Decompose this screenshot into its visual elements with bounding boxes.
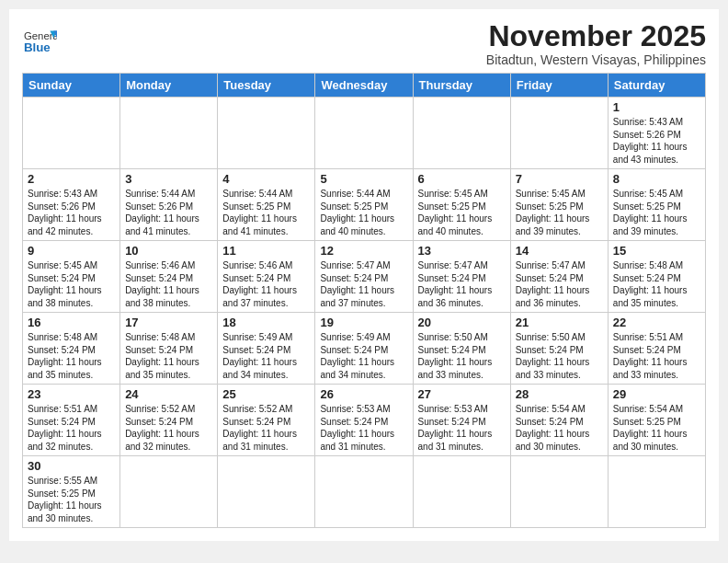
calendar-cell [315, 456, 413, 528]
logo: General Blue [22, 24, 57, 59]
calendar-cell [120, 98, 218, 169]
calendar-cell: 12Sunrise: 5:47 AM Sunset: 5:24 PM Dayli… [315, 241, 413, 313]
calendar-cell [315, 98, 413, 169]
day-info: Sunrise: 5:47 AM Sunset: 5:24 PM Dayligh… [320, 259, 407, 309]
weekday-header-wednesday: Wednesday [315, 74, 413, 98]
day-number: 16 [28, 316, 115, 329]
header-row: General Blue November 2025 Bitadtun, Wes… [22, 20, 706, 67]
weekday-header-row: SundayMondayTuesdayWednesdayThursdayFrid… [23, 74, 706, 98]
day-info: Sunrise: 5:51 AM Sunset: 5:24 PM Dayligh… [613, 331, 700, 381]
day-info: Sunrise: 5:43 AM Sunset: 5:26 PM Dayligh… [613, 116, 700, 166]
day-info: Sunrise: 5:45 AM Sunset: 5:25 PM Dayligh… [418, 188, 506, 237]
day-info: Sunrise: 5:48 AM Sunset: 5:24 PM Dayligh… [28, 331, 115, 381]
day-number: 30 [28, 459, 115, 473]
day-info: Sunrise: 5:54 AM Sunset: 5:25 PM Dayligh… [613, 403, 700, 453]
day-info: Sunrise: 5:44 AM Sunset: 5:25 PM Dayligh… [320, 188, 407, 237]
day-info: Sunrise: 5:48 AM Sunset: 5:24 PM Dayligh… [613, 259, 700, 309]
calendar-cell [413, 456, 510, 528]
day-info: Sunrise: 5:43 AM Sunset: 5:26 PM Dayligh… [28, 188, 115, 237]
day-info: Sunrise: 5:55 AM Sunset: 5:25 PM Dayligh… [28, 475, 115, 524]
day-number: 21 [516, 316, 603, 329]
day-number: 7 [516, 172, 603, 186]
day-info: Sunrise: 5:47 AM Sunset: 5:24 PM Dayligh… [516, 259, 603, 309]
weekday-header-tuesday: Tuesday [218, 74, 315, 98]
weekday-header-saturday: Saturday [608, 74, 705, 98]
day-number: 10 [125, 244, 212, 258]
calendar-cell: 23Sunrise: 5:51 AM Sunset: 5:24 PM Dayli… [23, 385, 120, 456]
day-number: 22 [613, 316, 700, 329]
day-number: 14 [516, 244, 603, 258]
day-info: Sunrise: 5:46 AM Sunset: 5:24 PM Dayligh… [125, 259, 212, 309]
calendar-cell: 13Sunrise: 5:47 AM Sunset: 5:24 PM Dayli… [413, 241, 510, 313]
day-info: Sunrise: 5:45 AM Sunset: 5:25 PM Dayligh… [516, 188, 603, 237]
calendar-cell: 22Sunrise: 5:51 AM Sunset: 5:24 PM Dayli… [608, 313, 705, 385]
calendar-cell: 16Sunrise: 5:48 AM Sunset: 5:24 PM Dayli… [23, 313, 120, 385]
day-number: 29 [613, 387, 700, 401]
day-number: 12 [320, 244, 407, 258]
day-number: 15 [613, 244, 700, 258]
day-info: Sunrise: 5:51 AM Sunset: 5:24 PM Dayligh… [28, 403, 115, 453]
calendar-cell: 21Sunrise: 5:50 AM Sunset: 5:24 PM Dayli… [510, 313, 608, 385]
calendar-cell [218, 98, 315, 169]
month-title: November 2025 [486, 20, 706, 52]
weekday-header-thursday: Thursday [413, 74, 510, 98]
day-number: 6 [418, 172, 506, 186]
calendar-cell [218, 456, 315, 528]
calendar-cell: 9Sunrise: 5:45 AM Sunset: 5:24 PM Daylig… [23, 241, 120, 313]
day-number: 23 [28, 387, 115, 401]
day-info: Sunrise: 5:45 AM Sunset: 5:25 PM Dayligh… [613, 188, 700, 237]
day-number: 3 [125, 172, 212, 186]
day-info: Sunrise: 5:48 AM Sunset: 5:24 PM Dayligh… [125, 331, 212, 381]
page: General Blue November 2025 Bitadtun, Wes… [9, 9, 719, 541]
calendar-cell [120, 456, 218, 528]
day-number: 9 [28, 244, 115, 258]
calendar-cell: 2Sunrise: 5:43 AM Sunset: 5:26 PM Daylig… [23, 169, 120, 241]
svg-text:Blue: Blue [24, 40, 51, 54]
day-number: 11 [222, 244, 310, 258]
calendar-cell: 28Sunrise: 5:54 AM Sunset: 5:24 PM Dayli… [510, 385, 608, 456]
day-number: 4 [222, 172, 310, 186]
calendar-cell [23, 98, 120, 169]
day-info: Sunrise: 5:46 AM Sunset: 5:24 PM Dayligh… [222, 259, 310, 309]
calendar-week-4: 23Sunrise: 5:51 AM Sunset: 5:24 PM Dayli… [23, 385, 706, 456]
calendar-cell: 5Sunrise: 5:44 AM Sunset: 5:25 PM Daylig… [315, 169, 413, 241]
calendar-week-2: 9Sunrise: 5:45 AM Sunset: 5:24 PM Daylig… [23, 241, 706, 313]
day-number: 18 [222, 316, 310, 329]
calendar-cell: 3Sunrise: 5:44 AM Sunset: 5:26 PM Daylig… [120, 169, 218, 241]
weekday-header-friday: Friday [510, 74, 608, 98]
day-info: Sunrise: 5:53 AM Sunset: 5:24 PM Dayligh… [418, 403, 506, 453]
day-number: 27 [418, 387, 506, 401]
calendar-cell: 20Sunrise: 5:50 AM Sunset: 5:24 PM Dayli… [413, 313, 510, 385]
calendar-cell: 26Sunrise: 5:53 AM Sunset: 5:24 PM Dayli… [315, 385, 413, 456]
day-info: Sunrise: 5:47 AM Sunset: 5:24 PM Dayligh… [418, 259, 506, 309]
day-info: Sunrise: 5:50 AM Sunset: 5:24 PM Dayligh… [516, 331, 603, 381]
calendar-cell: 19Sunrise: 5:49 AM Sunset: 5:24 PM Dayli… [315, 313, 413, 385]
day-number: 8 [613, 172, 700, 186]
calendar-cell: 25Sunrise: 5:52 AM Sunset: 5:24 PM Dayli… [218, 385, 315, 456]
day-number: 24 [125, 387, 212, 401]
calendar-cell: 1Sunrise: 5:43 AM Sunset: 5:26 PM Daylig… [608, 98, 705, 169]
calendar-cell: 10Sunrise: 5:46 AM Sunset: 5:24 PM Dayli… [120, 241, 218, 313]
calendar-cell [510, 98, 608, 169]
calendar-week-0: 1Sunrise: 5:43 AM Sunset: 5:26 PM Daylig… [23, 98, 706, 169]
day-number: 28 [516, 387, 603, 401]
day-number: 5 [320, 172, 407, 186]
day-info: Sunrise: 5:53 AM Sunset: 5:24 PM Dayligh… [320, 403, 407, 453]
calendar-cell: 30Sunrise: 5:55 AM Sunset: 5:25 PM Dayli… [23, 456, 120, 528]
day-number: 17 [125, 316, 212, 329]
calendar-cell: 14Sunrise: 5:47 AM Sunset: 5:24 PM Dayli… [510, 241, 608, 313]
weekday-header-monday: Monday [120, 74, 218, 98]
day-number: 25 [222, 387, 310, 401]
calendar-cell: 24Sunrise: 5:52 AM Sunset: 5:24 PM Dayli… [120, 385, 218, 456]
day-number: 26 [320, 387, 407, 401]
calendar-cell [510, 456, 608, 528]
calendar-week-5: 30Sunrise: 5:55 AM Sunset: 5:25 PM Dayli… [23, 456, 706, 528]
calendar-cell: 4Sunrise: 5:44 AM Sunset: 5:25 PM Daylig… [218, 169, 315, 241]
day-info: Sunrise: 5:49 AM Sunset: 5:24 PM Dayligh… [222, 331, 310, 381]
weekday-header-sunday: Sunday [23, 74, 120, 98]
calendar-cell: 8Sunrise: 5:45 AM Sunset: 5:25 PM Daylig… [608, 169, 705, 241]
day-info: Sunrise: 5:45 AM Sunset: 5:24 PM Dayligh… [28, 259, 115, 309]
day-info: Sunrise: 5:50 AM Sunset: 5:24 PM Dayligh… [418, 331, 506, 381]
calendar-cell: 18Sunrise: 5:49 AM Sunset: 5:24 PM Dayli… [218, 313, 315, 385]
calendar-cell: 11Sunrise: 5:46 AM Sunset: 5:24 PM Dayli… [218, 241, 315, 313]
